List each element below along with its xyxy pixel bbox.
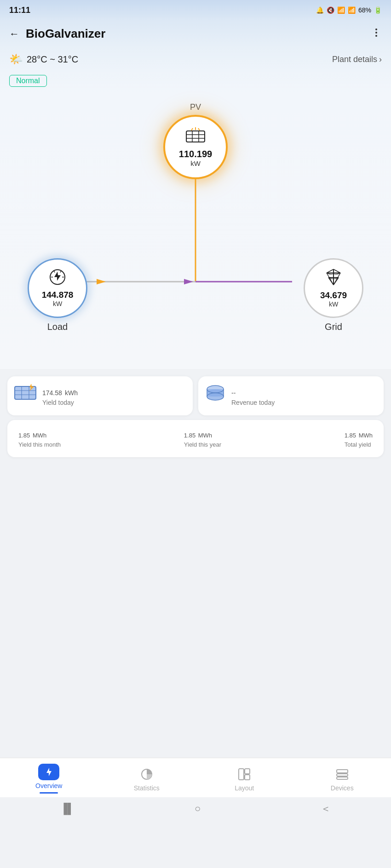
- pv-label: PV: [190, 102, 201, 112]
- plant-details-link[interactable]: Plant details ›: [332, 55, 382, 64]
- grid-node: 34.679 kW Grid: [304, 258, 363, 332]
- nav-statistics[interactable]: Statistics: [98, 766, 196, 792]
- temp-range: 28°C ~ 31°C: [27, 54, 78, 65]
- page-title: BioGalvanizer: [26, 27, 105, 41]
- back-gesture[interactable]: ＜: [321, 802, 331, 816]
- yield-year-label: Yield this year: [184, 441, 221, 448]
- weather-icon: 🌤️: [9, 53, 23, 66]
- svg-point-0: [375, 28, 377, 30]
- svg-line-13: [191, 128, 193, 130]
- nav-devices[interactable]: Devices: [293, 766, 391, 792]
- yield-total-value: 1.85 MWh: [345, 429, 373, 440]
- devices-icon: [336, 768, 349, 781]
- yield-section: 1.85 MWh Yield this month 1.85 MWh Yield…: [0, 420, 391, 465]
- bottom-navigation: Overview Statistics: [0, 758, 391, 797]
- status-badge: Normal: [9, 75, 47, 87]
- statistics-icon-container: [136, 766, 157, 783]
- pv-icon: [185, 127, 206, 148]
- alarm-icon: 🔔: [316, 6, 324, 14]
- recent-apps-gesture[interactable]: ▐▌: [60, 803, 75, 815]
- svg-rect-43: [337, 770, 348, 773]
- nav-layout-label: Layout: [235, 784, 254, 792]
- grid-circle: 34.679 kW: [304, 258, 363, 318]
- yield-today-value: 174.58 kWh: [42, 386, 78, 398]
- yield-month-label: Yield this month: [18, 441, 61, 448]
- overview-icon-bg: [38, 764, 59, 780]
- status-time: 11:11: [9, 6, 30, 15]
- svg-rect-42: [245, 775, 250, 780]
- revenue-today-value: --: [231, 386, 275, 398]
- yield-total-label: Total yield: [345, 441, 373, 448]
- pv-circle: 110.199 kW: [163, 115, 228, 179]
- yield-total-item: 1.85 MWh Total yield: [345, 429, 373, 448]
- battery-icon: 🔋: [374, 6, 382, 14]
- svg-rect-45: [337, 777, 348, 779]
- lightning-icon: [44, 767, 54, 777]
- pv-node: PV 110.199 kW: [163, 102, 228, 179]
- pv-value: 110.199: [179, 149, 212, 159]
- revenue-icon: [205, 384, 226, 408]
- svg-marker-6: [97, 279, 106, 284]
- status-badge-row: Normal: [0, 70, 391, 93]
- nav-overview-label: Overview: [35, 782, 62, 789]
- battery-level: 68%: [358, 6, 371, 14]
- back-button[interactable]: ←: [9, 28, 19, 40]
- yield-today-label: Yield today: [42, 399, 78, 406]
- nav-overview[interactable]: Overview: [0, 764, 98, 794]
- load-unit: kW: [53, 300, 62, 307]
- weather-row: 🌤️ 28°C ~ 31°C Plant details ›: [0, 47, 391, 70]
- svg-rect-44: [337, 774, 348, 776]
- load-label: Load: [47, 322, 68, 332]
- nav-layout[interactable]: Layout: [196, 766, 293, 792]
- load-node: 144.878 kW Load: [28, 258, 87, 332]
- header-left: ← BioGalvanizer: [9, 27, 105, 41]
- revenue-today-card: -- Revenue today: [198, 376, 384, 415]
- grid-icon: [325, 268, 342, 289]
- yield-card: 1.85 MWh Yield this month 1.85 MWh Yield…: [7, 420, 384, 457]
- wifi-icon: 📶: [337, 6, 345, 14]
- grid-value: 34.679: [320, 290, 347, 301]
- signal-icon: 📶: [348, 6, 356, 14]
- nav-devices-label: Devices: [331, 784, 354, 792]
- grid-unit: kW: [329, 301, 338, 308]
- pv-unit: kW: [190, 159, 201, 167]
- load-value: 144.878: [42, 290, 74, 300]
- svg-rect-25: [15, 386, 36, 399]
- nav-statistics-label: Statistics: [134, 784, 160, 792]
- mute-icon: 🔇: [327, 6, 334, 14]
- load-circle: 144.878 kW: [28, 258, 87, 318]
- spacer: [0, 465, 391, 758]
- nav-active-indicator: [40, 792, 58, 794]
- svg-rect-40: [239, 769, 244, 780]
- app-header: ← BioGalvanizer: [0, 20, 391, 47]
- svg-rect-8: [186, 131, 205, 142]
- yield-month-item: 1.85 MWh Yield this month: [18, 429, 61, 448]
- layout-icon: [238, 768, 251, 781]
- layout-icon-container: [234, 766, 255, 783]
- svg-marker-7: [184, 279, 193, 284]
- load-icon: [49, 269, 66, 289]
- yield-year-item: 1.85 MWh Yield this year: [184, 429, 221, 448]
- svg-line-24: [334, 269, 340, 273]
- svg-line-15: [198, 128, 200, 130]
- chevron-right-icon: ›: [379, 55, 382, 64]
- weather-info: 🌤️ 28°C ~ 31°C: [9, 53, 78, 66]
- yield-today-content: 174.58 kWh Yield today: [42, 386, 78, 406]
- status-icons: 🔔 🔇 📶 📶 68% 🔋: [316, 6, 382, 14]
- revenue-today-content: -- Revenue today: [231, 386, 275, 406]
- status-bar: 11:11 🔔 🔇 📶 📶 68% 🔋: [0, 0, 391, 20]
- pie-chart-icon: [140, 768, 153, 781]
- yield-today-card: 174.58 kWh Yield today: [7, 376, 193, 415]
- solar-panel-icon: [14, 384, 37, 408]
- menu-button[interactable]: [371, 27, 382, 41]
- home-gesture[interactable]: ○: [195, 803, 201, 815]
- svg-line-23: [327, 269, 334, 273]
- svg-point-1: [375, 32, 377, 34]
- revenue-today-label: Revenue today: [231, 399, 275, 406]
- gesture-bar: ▐▌ ○ ＜: [0, 797, 391, 822]
- yield-month-value: 1.85 MWh: [18, 429, 61, 440]
- svg-point-2: [375, 35, 377, 37]
- grid-label: Grid: [325, 322, 342, 332]
- yield-year-value: 1.85 MWh: [184, 429, 221, 440]
- main-content: ← BioGalvanizer 🌤️ 28°C ~ 31°C Plant det…: [0, 20, 391, 822]
